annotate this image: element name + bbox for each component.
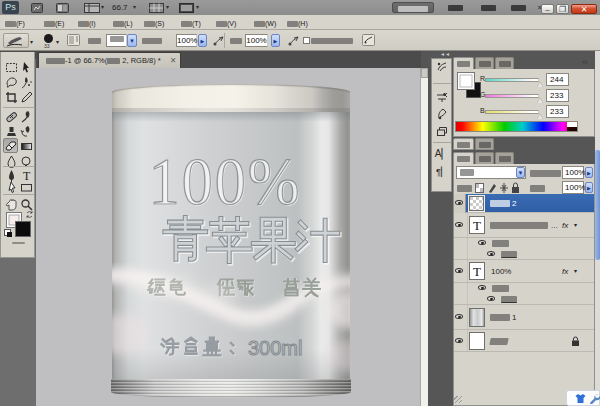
svg-text:300ml: 300ml [248,337,302,359]
